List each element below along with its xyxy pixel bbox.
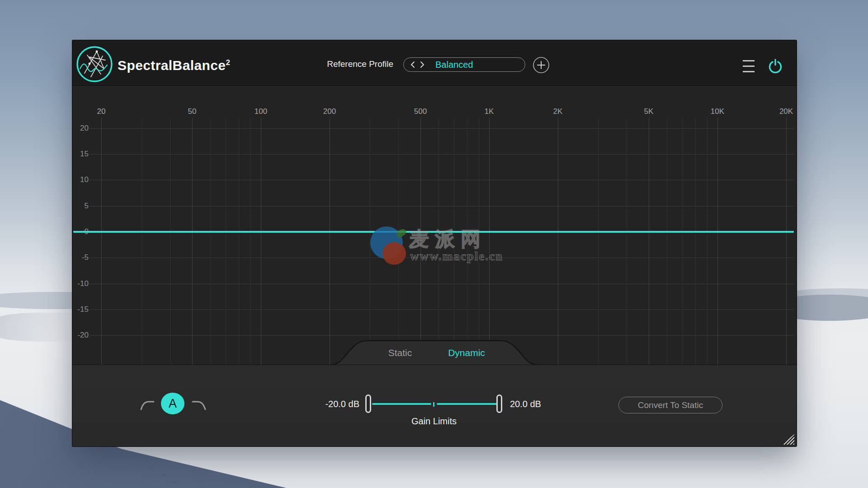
watermark-site-name: 麦派网 [409,226,486,253]
tab-bump-shape [330,340,538,366]
freq-gridline [649,118,649,365]
plugin-window: SpectralBalance2 Reference Profile Balan… [72,40,797,446]
attack-curve-icon[interactable] [140,400,155,412]
gain-limit-max-value[interactable]: 20.0 dB [510,399,569,409]
freq-gridline [707,118,708,365]
freq-gridline [627,118,627,365]
db-gridline [90,284,794,284]
freq-gridline [695,118,696,365]
convert-to-static-button[interactable]: Convert To Static [618,397,722,413]
plus-icon [533,56,550,74]
freq-axis-label: 100 [247,107,274,116]
freq-gridline [239,118,239,365]
freq-gridline [330,118,330,365]
footprint [172,481,177,483]
db-axis-label: 20 [72,124,89,133]
db-axis-label: -20 [72,331,89,340]
profile-selector[interactable]: Balanced [403,57,525,72]
gain-limit-max-handle[interactable] [496,394,502,413]
db-axis-label: 10 [72,175,89,184]
footprint [149,465,154,468]
watermark-logo-apple [382,242,406,265]
db-axis-label: -5 [72,253,89,262]
gain-limits-center-tick [433,402,434,407]
freq-gridline [170,118,170,365]
freq-axis-label: 10K [704,107,731,116]
profile-value[interactable]: Balanced [435,60,473,70]
freq-gridline [101,118,102,365]
freq-gridline [598,118,599,365]
freq-gridline [786,118,787,365]
bottom-control-bar: A -20.0 dB 20.0 dB Gain Limits Convert T… [72,365,797,446]
footprint [161,474,166,476]
db-gridline [90,310,794,310]
freq-axis-label: 500 [407,107,434,116]
db-gridline [90,128,794,129]
freq-axis-label: 2K [544,107,571,116]
add-profile-button[interactable] [533,56,550,74]
watermark: 麦派网 www.macple.cn [368,226,531,268]
next-profile-button[interactable] [419,61,425,68]
freq-gridline [261,118,261,365]
spectrum-graph-area[interactable]: -20-15-10-50510152020K10K5K2K1K500200100… [72,86,797,365]
freq-gridline [210,118,211,365]
db-gridline [90,180,794,180]
db-gridline [90,335,794,336]
header-bar: SpectralBalance2 Reference Profile Balan… [72,40,797,86]
db-axis-label: 15 [72,150,89,159]
freq-gridline [682,118,683,365]
gain-limits-track-right[interactable] [437,403,500,405]
chevron-right-icon [419,61,425,68]
app-title-superscript: 2 [226,58,230,67]
freq-axis-label: 1K [476,107,503,116]
freq-gridline [192,118,193,365]
freq-axis-label: 20 [88,107,115,116]
gain-limits-caption: Gain Limits [389,416,479,427]
freq-axis-label: 5K [635,107,662,116]
power-button[interactable] [767,58,783,75]
power-icon [767,58,783,75]
db-axis-label: -10 [72,279,89,288]
app-title: SpectralBalance2 [118,58,230,73]
reference-profile-label: Reference Profile [323,59,393,69]
spectralbalance-logo-icon [75,45,113,85]
freq-axis-label: 20K [773,107,797,116]
tab-static[interactable]: Static [371,347,429,358]
chevron-left-icon [410,61,416,68]
watermark-site-url: www.macple.cn [410,249,503,263]
freq-gridline [142,118,142,365]
db-axis-label: 5 [72,202,89,211]
freq-gridline [667,118,667,365]
freq-axis-label: 50 [179,107,206,116]
freq-gridline [226,118,226,365]
gain-limit-min-value[interactable]: -20.0 dB [301,399,359,409]
window-resize-handle[interactable] [782,434,794,445]
release-curve-icon[interactable] [191,400,207,412]
freq-axis-label: 200 [316,107,343,116]
db-gridline [90,154,794,155]
previous-profile-button[interactable] [410,61,416,68]
hamburger-icon [743,60,755,61]
freq-gridline [717,118,718,365]
hamburger-menu-button[interactable] [743,60,755,73]
db-axis-label: -15 [72,305,89,314]
auto-gain-button[interactable]: A [161,393,184,414]
gain-limits-track-left[interactable] [372,403,431,405]
db-gridline [90,206,794,206]
freq-gridline [250,118,251,365]
freq-gridline [558,118,558,365]
tab-dynamic[interactable]: Dynamic [437,347,496,358]
gain-limit-min-handle[interactable] [365,394,371,413]
